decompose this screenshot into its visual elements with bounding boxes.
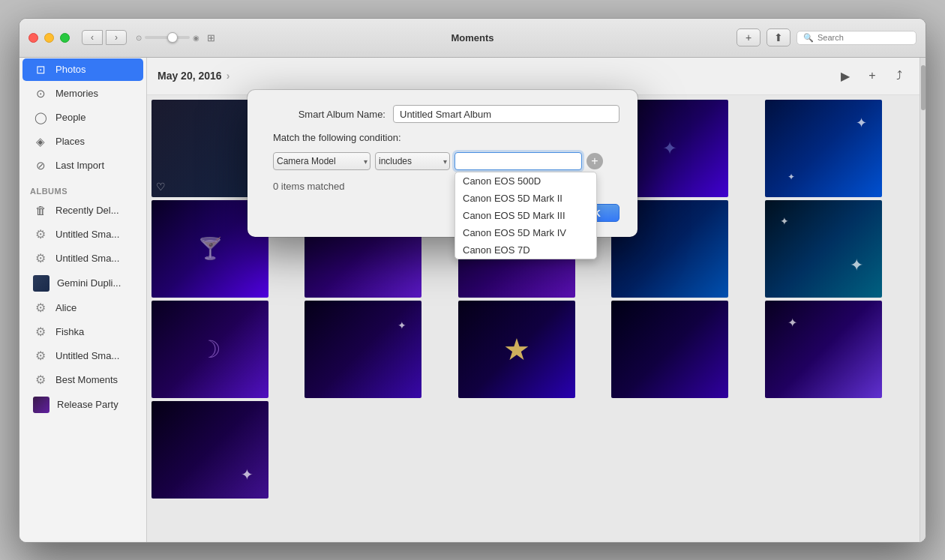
nav-buttons: ‹ › [82,30,127,45]
text-input-container: Canon EOS 500D Canon EOS 5D Mark II Cano… [454,152,582,170]
sidebar-label-last-import: Last Import [56,160,104,171]
zoom-large-icon: ◉ [193,34,200,42]
sidebar-item-gemini[interactable]: Gemini Dupli... [22,271,143,295]
gear-icon-best: ⚙ [33,373,48,388]
star-deco-2: ✦ [788,172,795,182]
add-photo-button[interactable]: + [862,66,882,85]
sidebar-item-memories[interactable]: ⊙ Memories [22,82,143,105]
sidebar-item-best-moments[interactable]: ⚙ Best Moments [22,369,143,391]
sidebar-item-untitled-1[interactable]: ⚙ Untitled Sma... [22,223,143,246]
titlebar-actions: + ⬆ 🔍 [736,28,916,46]
maximize-button[interactable] [60,33,70,43]
zoom-thumb[interactable] [167,32,178,43]
gear-icon-1: ⚙ [33,227,48,242]
dialog-name-row: Smart Album Name: [266,105,620,123]
sidebar-label-memories: Memories [56,88,98,99]
sidebar-label-people: People [56,112,86,123]
star-deco-8: ✦ [241,466,254,484]
dialog-name-input[interactable] [393,105,620,123]
sidebar-item-fishka[interactable]: ⚙ Fishka [22,321,143,343]
breadcrumb: May 20, 2016 › [158,70,230,82]
star-deco-7: ✦ [788,316,797,330]
sidebar-item-photos[interactable]: ⊡ Photos [22,58,143,81]
minimize-button[interactable] [44,33,54,43]
breadcrumb-date: May 20, 2016 [158,70,222,82]
gear-icon-2: ⚙ [33,251,48,266]
gear-icon-3: ⚙ [33,349,48,364]
forward-button[interactable]: › [106,30,127,45]
field-select-wrapper: Camera Model [273,152,370,170]
sidebar-label-recently-deleted: Recently Del... [56,205,119,216]
photo-cell-9[interactable]: ✦ ✦ [765,200,882,298]
sidebar-label-alice: Alice [56,302,76,313]
sidebar: ⊡ Photos ⊙ Memories ◯ People ◈ Places ⊘ … [20,58,147,542]
albums-section-label: Albums [20,178,146,199]
add-button[interactable]: + [736,28,760,46]
sidebar-item-places[interactable]: ◈ Places [22,130,143,153]
share-button[interactable]: ⬆ [766,28,790,46]
dropdown-item-5[interactable]: Canon EOS 7D [455,241,596,259]
sidebar-item-recently-deleted[interactable]: 🗑 Recently Del... [22,199,143,222]
photo-cell-4[interactable]: ✦ ✦ [765,100,882,197]
operator-select[interactable]: includes [375,152,450,170]
last-import-icon: ⊘ [33,158,48,173]
sidebar-item-untitled-2[interactable]: ⚙ Untitled Sma... [22,247,143,270]
sidebar-label-places: Places [56,136,85,147]
sidebar-label-fishka: Fishka [56,326,84,337]
view-toggle-icon[interactable]: ⊞ [207,32,215,43]
dialog-condition-label: Match the following condition: [266,132,620,143]
star-deco-6: ✦ [398,319,406,331]
star-deco-5: ✦ [850,256,863,275]
photo-cell-12[interactable]: ★ [458,301,575,398]
sidebar-item-last-import[interactable]: ⊘ Last Import [22,154,143,177]
dropdown-item-3[interactable]: Canon EOS 5D Mark III [455,207,596,224]
places-icon: ◈ [33,134,48,149]
photo-cell-10[interactable]: ☽ [152,301,268,398]
search-box[interactable]: 🔍 [796,31,916,45]
export-button[interactable]: ⤴ [890,66,909,85]
gear-icon-alice: ⚙ [33,301,48,316]
dropdown-item-4[interactable]: Canon EOS 5D Mark IV [455,224,596,241]
close-button[interactable] [28,33,38,43]
sidebar-label-photos: Photos [56,64,86,75]
people-icon: ◯ [33,110,48,125]
sidebar-item-people[interactable]: ◯ People [22,106,143,129]
smart-album-dialog[interactable]: Smart Album Name: Match the following co… [248,90,638,237]
sidebar-item-untitled-3[interactable]: ⚙ Untitled Sma... [22,345,143,367]
zoom-slider-area: ⊙ ◉ ⊞ [136,32,215,43]
photo-cell-13[interactable] [611,301,728,398]
memories-icon: ⊙ [33,86,48,101]
condition-row: Camera Model includes Canon EOS 500D Can… [266,152,620,170]
sidebar-label-gemini: Gemini Dupli... [57,277,121,289]
release-party-thumb [33,397,50,413]
photo-cell-14[interactable]: ✦ [765,301,882,398]
back-button[interactable]: ‹ [82,30,103,45]
dropdown-item-2[interactable]: Canon EOS 5D Mark II [455,190,596,207]
dropdown-list[interactable]: Canon EOS 500D Canon EOS 5D Mark II Cano… [454,172,597,259]
toolbar-actions: ▶ + ⤴ [836,66,909,85]
zoom-slider[interactable] [145,36,190,39]
play-button[interactable]: ▶ [836,66,855,85]
scrollbar[interactable] [920,58,926,542]
traffic-lights [28,33,70,43]
window-title: Moments [451,32,494,43]
sidebar-label-untitled-2: Untitled Sma... [56,253,119,264]
scrollbar-thumb[interactable] [921,65,926,110]
sidebar-item-alice[interactable]: ⚙ Alice [22,297,143,319]
sidebar-label-untitled-1: Untitled Sma... [56,229,119,240]
search-input[interactable] [818,33,910,42]
add-condition-button[interactable]: + [586,153,603,169]
operator-select-wrapper: includes [375,152,450,170]
search-icon: 🔍 [803,33,814,43]
sidebar-label-untitled-3: Untitled Sma... [56,350,119,361]
sidebar-label-best-moments: Best Moments [56,374,118,385]
field-select[interactable]: Camera Model [273,152,370,170]
zoom-small-icon: ⊙ [136,34,142,42]
dropdown-item-1[interactable]: Canon EOS 500D [455,172,596,190]
sidebar-item-release-party[interactable]: Release Party [22,393,143,417]
gemini-thumb [33,275,50,292]
photo-cell-15[interactable]: ✦ [152,401,268,499]
star-deco-1: ✦ [856,115,867,131]
photo-cell-11[interactable]: ✦ [304,301,422,398]
condition-text-input[interactable] [454,152,582,170]
